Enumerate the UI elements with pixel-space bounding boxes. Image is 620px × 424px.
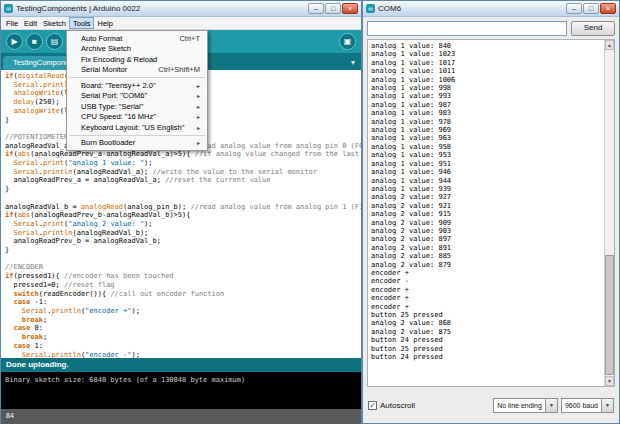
baud-rate-value: 9600 baud: [562, 402, 601, 409]
monitor-close-button[interactable]: ×: [600, 3, 616, 14]
verify-button[interactable]: ▶: [6, 33, 23, 50]
menu-item-usb-type-serial[interactable]: USB Type: "Serial"▸: [67, 101, 207, 112]
menu-item-board-teensy-2-0[interactable]: Board: "Teensy++ 2.0"▸: [67, 80, 207, 91]
new-sketch-icon: ▤: [51, 37, 59, 46]
code-line: [5, 255, 361, 264]
menu-item-archive-sketch[interactable]: Archive Sketch: [67, 44, 207, 55]
scroll-down-icon[interactable]: ▼: [605, 376, 614, 386]
menu-item-burn-bootloader[interactable]: Burn Bootloader▸: [67, 138, 207, 149]
serial-line: analog 1 value: 1017: [371, 59, 611, 67]
line-ending-value: No line ending: [494, 402, 545, 409]
menu-help[interactable]: Help: [94, 17, 115, 29]
serial-line: analog 2 value: 927: [371, 193, 611, 201]
line-indicator: 84: [1, 409, 361, 424]
serial-line: analog 1 value: 1011: [371, 67, 611, 75]
monitor-maximize-button[interactable]: □: [583, 3, 599, 14]
menu-item-label: Fix Encoding & Reload: [81, 55, 157, 64]
menu-item-label: CPU Speed: "16 MHz": [81, 112, 156, 121]
code-line: Serial.println("encoder +");: [5, 307, 361, 316]
stop-icon: ■: [32, 37, 37, 46]
monitor-minimize-button[interactable]: –: [566, 3, 582, 14]
serial-line: button 24 pressed: [371, 353, 611, 361]
submenu-arrow-icon: ▸: [197, 92, 200, 99]
serial-output[interactable]: analog 1 value: 840analog 1 value: 1023a…: [367, 39, 615, 387]
serial-monitor-button[interactable]: ▣: [339, 33, 356, 50]
arduino-app-icon: ∞: [4, 4, 13, 13]
code-line: Serial.print("analog 1 value: ");: [5, 159, 361, 168]
menu-item-fix-encoding-reload[interactable]: Fix Encoding & Reload: [67, 54, 207, 65]
serial-monitor-app-icon: ∞: [366, 4, 375, 13]
serial-line: analog 1 value: 987: [371, 101, 611, 109]
menu-item-label: Keyboard Layout: "US English": [81, 123, 184, 132]
menu-separator: [69, 135, 205, 136]
code-line: case 1:: [5, 342, 361, 351]
menu-edit[interactable]: Edit: [21, 17, 40, 29]
scroll-up-icon[interactable]: ▲: [605, 40, 614, 50]
serial-input-field[interactable]: [367, 21, 567, 36]
code-line: analogReadPrev_b = analogReadVal_b;: [5, 237, 361, 246]
ide-menubar: FileEditSketchToolsHelp: [1, 17, 361, 30]
chevron-down-icon[interactable]: ▼: [545, 399, 557, 412]
tab-menu-icon[interactable]: ▾: [347, 58, 359, 67]
serial-line: analog 1 value: 969: [371, 126, 611, 134]
menu-item-serial-port-com6[interactable]: Serial Port: "COM6"▸: [67, 91, 207, 102]
serial-line: analog 1 value: 958: [371, 143, 611, 151]
menu-tools[interactable]: Tools: [69, 17, 95, 29]
autoscroll-checkbox[interactable]: ✓: [368, 401, 377, 410]
code-line: break;: [5, 316, 361, 325]
line-ending-select[interactable]: No line ending ▼: [493, 398, 558, 413]
ide-titlebar[interactable]: ∞ TestingComponents | Arduino 0022 – □ ×: [1, 1, 361, 17]
serial-line: analog 1 value: 946: [371, 168, 611, 176]
close-button[interactable]: ×: [342, 3, 358, 14]
serial-line: analog 2 value: 891: [371, 244, 611, 252]
arduino-ide-window: ∞ TestingComponents | Arduino 0022 – □ ×…: [0, 0, 362, 424]
serial-line: analog 2 value: 897: [371, 235, 611, 243]
code-line: case -1:: [5, 298, 361, 307]
menu-item-cpu-speed-16-mhz[interactable]: CPU Speed: "16 MHz"▸: [67, 112, 207, 123]
code-line: if(pressed1){ //encoder has been touched: [5, 272, 361, 281]
monitor-bottombar: ✓ Autoscroll No line ending ▼ 9600 baud …: [363, 387, 619, 423]
baud-rate-select[interactable]: 9600 baud ▼: [561, 398, 614, 413]
code-line: case 0:: [5, 324, 361, 333]
serial-monitor-icon: ▣: [344, 37, 352, 46]
menu-item-label: Burn Bootloader: [81, 138, 135, 147]
menu-item-keyboard-layout-us-english[interactable]: Keyboard Layout: "US English"▸: [67, 122, 207, 133]
send-button[interactable]: Send: [571, 21, 615, 36]
new-sketch-button[interactable]: ▤: [46, 33, 63, 50]
serial-line: analog 2 value: 868: [371, 319, 611, 327]
menu-file[interactable]: File: [3, 17, 21, 29]
menu-sketch[interactable]: Sketch: [40, 17, 69, 29]
submenu-arrow-icon: ▸: [197, 103, 200, 110]
output-scrollbar[interactable]: ▲ ▼: [604, 40, 614, 386]
serial-line: analog 1 value: 993: [371, 92, 611, 100]
minimize-button[interactable]: –: [308, 3, 324, 14]
chevron-down-icon[interactable]: ▼: [601, 399, 613, 412]
submenu-arrow-icon: ▸: [197, 82, 200, 89]
serial-line: encoder -: [371, 277, 611, 285]
monitor-window-controls: – □ ×: [566, 3, 616, 14]
serial-line: button 25 pressed: [371, 345, 611, 353]
code-line: [5, 194, 361, 203]
serial-line: analog 1 value: 953: [371, 151, 611, 159]
serial-line: analog 2 value: 879: [371, 261, 611, 269]
serial-line: analog 1 value: 998: [371, 84, 611, 92]
menu-item-label: Serial Port: "COM6": [81, 91, 147, 100]
serial-line: analog 1 value: 951: [371, 160, 611, 168]
code-line: }: [5, 246, 361, 255]
menu-item-shortcut: Ctrl+Shift+M: [158, 65, 200, 74]
tools-menu: Auto FormatCtrl+TArchive SketchFix Encod…: [66, 30, 208, 151]
stop-button[interactable]: ■: [26, 33, 43, 50]
serial-line: analog 2 value: 915: [371, 210, 611, 218]
monitor-titlebar[interactable]: ∞ COM6 – □ ×: [363, 1, 619, 17]
code-line: if(abs(analogReadPrev_b-analogReadVal_b)…: [5, 211, 361, 220]
menu-item-serial-monitor[interactable]: Serial MonitorCtrl+Shift+M: [67, 65, 207, 76]
serial-line: encoder +: [371, 269, 611, 277]
serial-monitor-window: ∞ COM6 – □ × Send analog 1 value: 840ana…: [362, 0, 620, 424]
maximize-button[interactable]: □: [325, 3, 341, 14]
serial-line: analog 1 value: 963: [371, 134, 611, 142]
serial-line: analog 1 value: 939: [371, 185, 611, 193]
code-line: Serial.println("encoder -");: [5, 351, 361, 359]
scrollbar-thumb[interactable]: [605, 255, 614, 375]
status-message: Done uploading.: [1, 358, 361, 372]
menu-item-auto-format[interactable]: Auto FormatCtrl+T: [67, 33, 207, 44]
